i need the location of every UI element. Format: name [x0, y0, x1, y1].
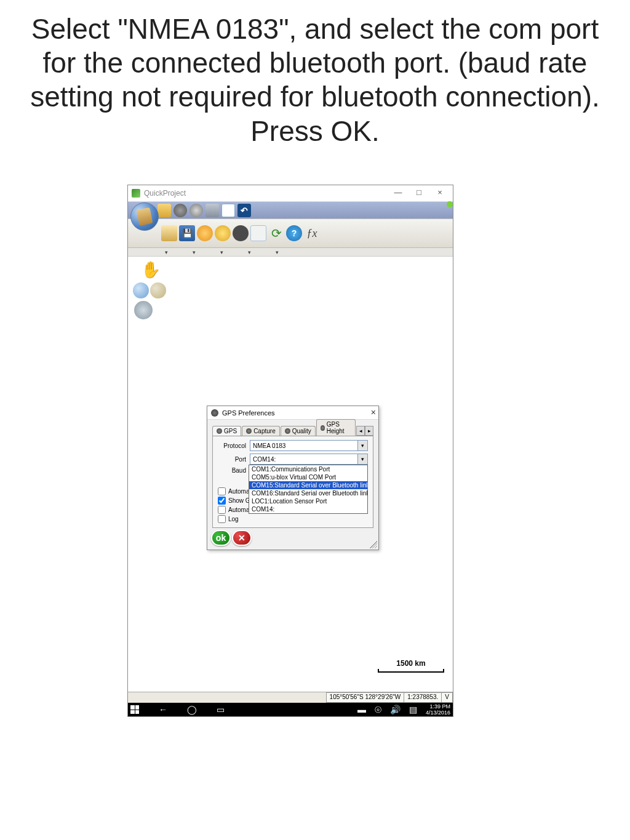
os-taskbar: ← ◯ ▭ ▬ ⦾ 🔊 ▤ 1:39 PM 4/13/2016 [128, 703, 453, 716]
refresh-icon[interactable]: ⟳ [268, 225, 284, 241]
app-window: QuickProject — □ × ↶ 💾 ⟳ ? ƒx [127, 185, 453, 717]
tab-capture[interactable]: Capture [242, 426, 280, 436]
back-icon[interactable]: ← [159, 705, 167, 714]
dialog-tabs: GPS Capture Quality GPS Height ◂ ▸ [212, 423, 373, 436]
port-option[interactable]: LOC1:Location Sensor Port [249, 497, 367, 505]
dropdown-caret-icon[interactable] [193, 249, 196, 255]
globe-icon[interactable] [134, 301, 153, 319]
statusbar: 105°50'56"S 128°29'26"W 1:2378853. V [128, 692, 453, 703]
pan-hand-icon[interactable]: ✋ [141, 260, 161, 280]
satellite-icon [217, 428, 222, 434]
satellite-icon [211, 409, 218, 417]
port-select[interactable]: COM14: ▾ [250, 454, 368, 465]
port-option[interactable]: COM14: [249, 505, 367, 513]
satellite-icon [321, 425, 325, 431]
tab-panel-gps: Protocol NMEA 0183 ▾ Port COM14: ▾ Baud [212, 436, 373, 528]
dropdown-caret-icon[interactable] [248, 249, 251, 255]
port-option-selected[interactable]: COM15:Standard Serial over Bluetooth lin… [249, 481, 367, 489]
scale-label: 1500 km [396, 659, 425, 668]
gps-preferences-dialog: GPS Preferences × GPS Capture Quality GP… [207, 406, 379, 550]
cancel-button[interactable]: ✕ [232, 530, 252, 546]
dropdown-caret-icon[interactable] [276, 249, 279, 255]
wifi-icon[interactable]: ⦾ [375, 705, 381, 715]
toolbar-main: 💾 ⟳ ? ƒx [128, 218, 453, 248]
dialog-title: GPS Preferences [222, 409, 275, 417]
port-option[interactable]: COM5:u-blox Virtual COM Port [249, 473, 367, 481]
help-icon[interactable]: ? [286, 225, 302, 241]
gps-icon[interactable] [233, 225, 249, 241]
page-icon[interactable] [221, 204, 235, 217]
dropdown-caret-icon[interactable] [220, 249, 223, 255]
port-option[interactable]: COM1:Communications Port [249, 465, 367, 473]
minimize-button[interactable]: — [388, 186, 409, 199]
back-icon[interactable]: ↶ [237, 204, 251, 217]
tab-quality[interactable]: Quality [281, 426, 316, 436]
tray-clock[interactable]: 1:39 PM 4/13/2016 [426, 703, 450, 716]
maximize-button[interactable]: □ [409, 186, 429, 199]
satellite-icon[interactable] [173, 204, 187, 217]
toolbar-dropdown-row [128, 248, 453, 257]
zoom-in-icon[interactable] [133, 282, 149, 298]
pencil-icon[interactable] [205, 204, 219, 217]
dialog-titlebar: GPS Preferences × [207, 406, 378, 420]
log-label: Log [228, 516, 239, 522]
satellite-icon [285, 428, 290, 434]
automatic-checkbox[interactable] [218, 487, 226, 495]
zoom-out-icon[interactable] [150, 282, 166, 298]
layer-icon[interactable] [197, 225, 213, 241]
satellite-icon [246, 428, 252, 434]
cortana-icon[interactable]: ◯ [187, 705, 197, 714]
log-checkbox[interactable] [218, 515, 226, 523]
action-center-icon[interactable]: ▤ [409, 705, 417, 714]
tab-scroll-left[interactable]: ◂ [356, 426, 365, 436]
satellite2-icon[interactable] [189, 204, 203, 217]
port-label: Port [218, 456, 250, 463]
chevron-down-icon[interactable]: ▾ [357, 454, 367, 464]
tab-gps-height[interactable]: GPS Height [316, 419, 356, 436]
app-icon [132, 189, 140, 198]
map-canvas[interactable]: ✋ GPS Preferences × GPS Capture Quality … [128, 257, 453, 692]
task-view-icon[interactable]: ▭ [217, 705, 225, 714]
windows-start-icon[interactable] [130, 705, 139, 714]
layers-icon[interactable] [215, 225, 231, 241]
open-icon[interactable] [161, 225, 177, 241]
status-coords: 105°50'56"S 128°29'26"W [326, 692, 405, 703]
decoration-icon [447, 201, 453, 207]
close-button[interactable]: × [429, 186, 450, 199]
ok-button[interactable]: ok [211, 530, 231, 546]
scale-bar-line [378, 669, 444, 673]
volume-icon[interactable]: 🔊 [390, 705, 401, 714]
status-scale: 1:2378853. [404, 692, 442, 703]
automatic2-checkbox[interactable] [218, 506, 226, 514]
scale-bar: 1500 km [378, 659, 444, 673]
save-icon[interactable]: 💾 [179, 225, 195, 241]
resize-grip-icon[interactable] [370, 541, 377, 548]
titlebar: QuickProject — □ × [128, 185, 453, 201]
battery-icon[interactable]: ▬ [357, 705, 366, 714]
document-icon[interactable] [250, 225, 266, 241]
start-orb[interactable] [130, 202, 159, 231]
port-dropdown-list[interactable]: COM1:Communications Port COM5:u-blox Vir… [249, 465, 368, 514]
protocol-select[interactable]: NMEA 0183 ▾ [250, 440, 368, 451]
dropdown-caret-icon[interactable] [165, 249, 168, 255]
port-option[interactable]: COM16:Standard Serial over Bluetooth lin… [249, 489, 367, 497]
dialog-close-button[interactable]: × [371, 407, 376, 417]
folder-icon[interactable] [158, 204, 171, 217]
baud-label: Baud [218, 467, 250, 474]
tab-scroll-right[interactable]: ▸ [365, 426, 373, 436]
app-title: QuickProject [144, 189, 186, 198]
chevron-down-icon[interactable]: ▾ [357, 441, 367, 450]
fx-icon[interactable]: ƒx [304, 225, 320, 241]
status-v: V [441, 692, 453, 703]
instruction-text: Select "NMEA 0183", and select the com p… [0, 0, 630, 154]
toolbar-top: ↶ [128, 201, 453, 218]
tab-gps[interactable]: GPS [212, 426, 241, 436]
side-tools: ✋ [133, 260, 169, 319]
show-gps-checkbox[interactable] [218, 497, 226, 505]
protocol-label: Protocol [218, 442, 250, 449]
